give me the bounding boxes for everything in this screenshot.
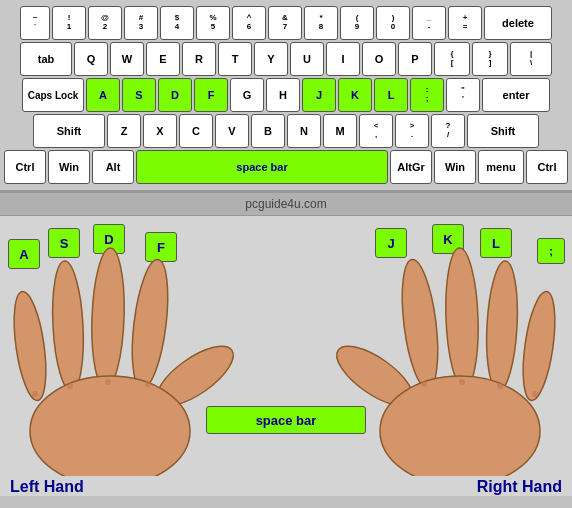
key-slash[interactable]: ?/ [431,114,465,148]
key-delete[interactable]: delete [484,6,552,40]
key-d[interactable]: D [158,78,192,112]
key-4[interactable]: $4 [160,6,194,40]
svg-point-6 [32,391,38,397]
key-altgr[interactable]: AltGr [390,150,432,184]
svg-point-13 [484,260,521,391]
key-i[interactable]: I [326,42,360,76]
key-win-left[interactable]: Win [48,150,90,184]
key-8[interactable]: *8 [304,6,338,40]
key-j[interactable]: J [302,78,336,112]
svg-point-2 [90,247,127,388]
key-r[interactable]: R [182,42,216,76]
svg-point-7 [67,383,73,389]
key-minus[interactable]: _- [412,6,446,40]
key-alt-left[interactable]: Alt [92,150,134,184]
key-row-3: Caps Lock A S D F G H J K L :; "' enter [4,78,568,112]
key-comma[interactable]: <, [359,114,393,148]
key-n[interactable]: N [287,114,321,148]
svg-point-17 [459,379,465,385]
key-e[interactable]: E [146,42,180,76]
key-w[interactable]: W [110,42,144,76]
key-row-5: Ctrl Win Alt space bar AltGr Win menu Ct… [4,150,568,184]
svg-point-3 [126,258,174,391]
hands-section: A S D F J K L ; [0,216,572,496]
key-0[interactable]: )0 [376,6,410,40]
key-row-4: Shift Z X C V B N M <, >. ?/ Shift [4,114,568,148]
svg-point-0 [8,290,51,403]
key-s[interactable]: S [122,78,156,112]
key-3[interactable]: #3 [124,6,158,40]
key-z[interactable]: Z [107,114,141,148]
svg-point-11 [396,258,444,391]
key-bracket-left[interactable]: {[ [434,42,470,76]
right-hand-label: Right Hand [477,478,562,496]
key-h[interactable]: H [266,78,300,112]
key-y[interactable]: Y [254,42,288,76]
key-b[interactable]: B [251,114,285,148]
svg-point-16 [421,381,427,387]
key-menu[interactable]: menu [478,150,524,184]
svg-point-8 [105,379,111,385]
key-c[interactable]: C [179,114,213,148]
key-bracket-right[interactable]: }] [472,42,508,76]
key-l[interactable]: L [374,78,408,112]
key-ctrl-right[interactable]: Ctrl [526,150,568,184]
keyboard-section: ~` !1 @2 #3 $4 %5 ^6 &7 *8 (9 )0 _- += d… [0,0,572,193]
left-hand-svg [0,246,255,476]
svg-point-1 [50,260,87,391]
key-shift-right[interactable]: Shift [467,114,539,148]
key-enter[interactable]: enter [482,78,550,112]
key-tilde[interactable]: ~` [20,6,50,40]
key-m[interactable]: M [323,114,357,148]
key-5[interactable]: %5 [196,6,230,40]
key-t[interactable]: T [218,42,252,76]
svg-point-5 [30,376,190,476]
key-shift-left[interactable]: Shift [33,114,105,148]
key-semicolon[interactable]: :; [410,78,444,112]
key-2[interactable]: @2 [88,6,122,40]
key-quote[interactable]: "' [446,78,480,112]
svg-point-9 [145,381,151,387]
key-equals[interactable]: += [448,6,482,40]
key-v[interactable]: V [215,114,249,148]
svg-point-18 [497,383,503,389]
key-g[interactable]: G [230,78,264,112]
key-period[interactable]: >. [395,114,429,148]
key-q[interactable]: Q [74,42,108,76]
svg-point-14 [517,290,560,403]
key-7[interactable]: &7 [268,6,302,40]
key-tab[interactable]: tab [20,42,72,76]
floating-spacebar: space bar [206,406,366,434]
key-row-2: tab Q W E R T Y U I O P {[ }] |\ [4,42,568,76]
key-row-1: ~` !1 @2 #3 $4 %5 ^6 &7 *8 (9 )0 _- += d… [4,6,568,40]
key-x[interactable]: X [143,114,177,148]
key-capslock[interactable]: Caps Lock [22,78,84,112]
key-ctrl-left[interactable]: Ctrl [4,150,46,184]
left-hand-label: Left Hand [10,478,84,496]
svg-point-15 [380,376,540,476]
key-u[interactable]: U [290,42,324,76]
key-f[interactable]: F [194,78,228,112]
key-a[interactable]: A [86,78,120,112]
key-p[interactable]: P [398,42,432,76]
key-9[interactable]: (9 [340,6,374,40]
svg-point-12 [444,247,481,388]
right-hand-svg [317,246,572,476]
svg-point-19 [532,391,538,397]
key-space[interactable]: space bar [136,150,388,184]
watermark-strip: pcguide4u.com [0,193,572,216]
key-k[interactable]: K [338,78,372,112]
key-win-right[interactable]: Win [434,150,476,184]
key-o[interactable]: O [362,42,396,76]
key-1[interactable]: !1 [52,6,86,40]
key-backslash[interactable]: |\ [510,42,552,76]
key-6[interactable]: ^6 [232,6,266,40]
